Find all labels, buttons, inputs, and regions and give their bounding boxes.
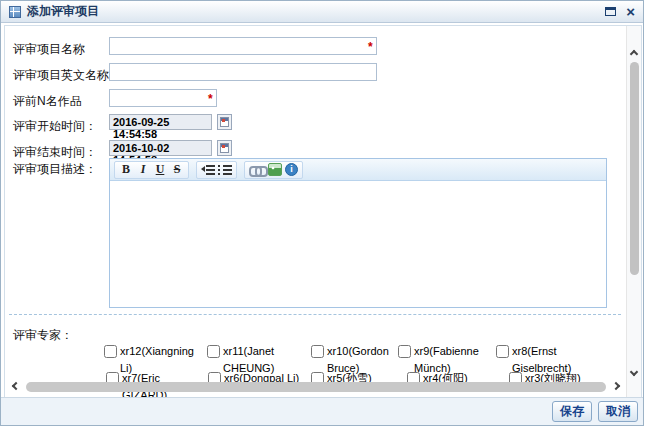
project-name-label: 评审项目名称 [13, 41, 85, 58]
editor-text-area[interactable] [110, 181, 606, 307]
dialog-footer: 保存 取消 [1, 397, 643, 425]
review-experts-label: 评审专家： [13, 327, 73, 344]
project-name-input[interactable] [109, 37, 377, 55]
list-icon[interactable] [218, 164, 232, 175]
review-end-time-label: 评审结束时间： [13, 144, 97, 161]
dialog-content: 评审项目名称 * 评审项目英文名称 评前N名作品 * 评审开始时间： 2016-… [4, 25, 642, 398]
review-end-time-value[interactable]: 2016-10-02 14:54:58 [109, 140, 212, 156]
close-icon[interactable]: × [626, 5, 635, 19]
window-controls: × [605, 5, 635, 19]
review-start-time-value[interactable]: 2016-09-25 14:54:58 [109, 114, 212, 130]
section-divider [9, 314, 621, 315]
save-button[interactable]: 保存 [552, 401, 592, 422]
bold-button[interactable]: B [119, 162, 133, 177]
underline-button[interactable]: U [153, 162, 167, 177]
cancel-button[interactable]: 取消 [598, 401, 638, 422]
link-icon[interactable] [249, 165, 265, 175]
required-marker: * [208, 92, 213, 106]
required-marker: * [368, 40, 373, 54]
top-n-works-label: 评前N名作品 [13, 93, 82, 110]
expert-checkbox[interactable] [207, 345, 220, 358]
editor-toolbar: B I U S [110, 159, 606, 181]
calendar-icon[interactable] [217, 114, 232, 130]
dialog-title: 添加评审项目 [27, 3, 99, 20]
maximize-icon[interactable] [605, 7, 616, 16]
calendar-icon[interactable] [217, 140, 232, 156]
dialog-titlebar: 添加评审项目 × [1, 1, 643, 23]
vertical-scrollbar[interactable] [626, 26, 641, 397]
horizontal-scrollbar[interactable] [5, 378, 625, 394]
expert-checkbox[interactable] [311, 345, 324, 358]
expert-checkbox[interactable] [398, 345, 411, 358]
vertical-scrollbar-thumb[interactable] [630, 62, 639, 275]
project-name-en-label: 评审项目英文名称 [13, 67, 109, 84]
top-n-works-input[interactable] [109, 89, 217, 107]
project-description-label: 评审项目描述： [13, 161, 97, 178]
outdent-icon[interactable] [201, 164, 215, 175]
horizontal-scrollbar-thumb[interactable] [26, 382, 606, 392]
review-start-time-label: 评审开始时间： [13, 118, 97, 135]
add-review-project-dialog: 添加评审项目 × 评审项目名称 * 评审项目英文名称 评前N名作品 * 评审开始… [0, 0, 644, 426]
scroll-left-icon[interactable] [12, 382, 20, 390]
image-icon[interactable] [268, 163, 282, 176]
scroll-up-icon[interactable] [630, 50, 638, 58]
expert-checkbox[interactable] [496, 345, 509, 358]
info-icon[interactable] [285, 163, 298, 176]
format-button-group: B I U S [114, 161, 189, 179]
italic-button[interactable]: I [136, 162, 150, 177]
scroll-down-icon[interactable] [630, 368, 638, 376]
insert-button-group [244, 161, 303, 179]
scroll-right-icon[interactable] [612, 382, 620, 390]
expert-checkbox[interactable] [104, 345, 117, 358]
grid-icon [9, 6, 21, 18]
strikethrough-button[interactable]: S [170, 162, 184, 177]
project-name-en-input[interactable] [109, 63, 377, 81]
rich-text-editor: B I U S [109, 158, 607, 308]
list-button-group [196, 161, 237, 179]
